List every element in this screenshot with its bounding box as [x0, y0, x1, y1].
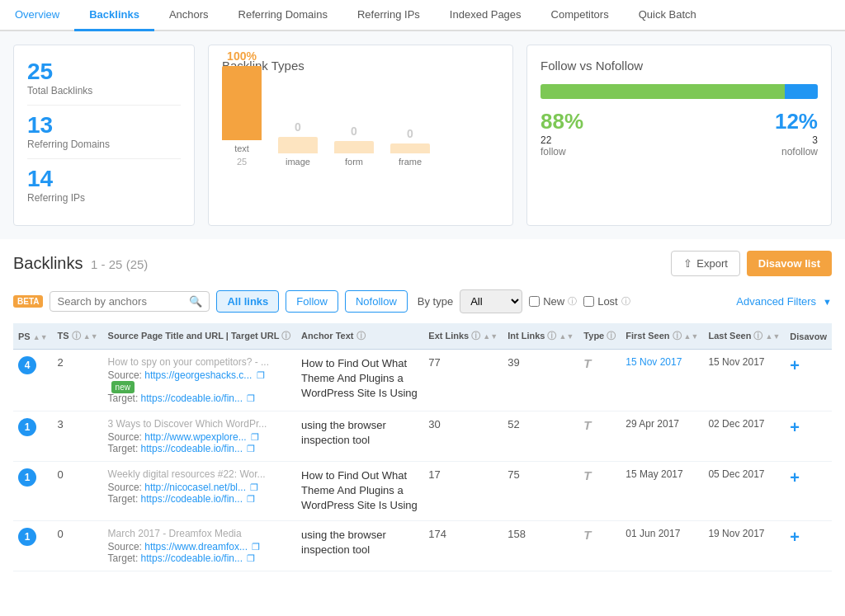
col-header-4[interactable]: Ext Links ⓘ ▲▼ [423, 323, 503, 350]
ts-cell: 0 [53, 462, 103, 521]
int-links-value: 158 [507, 528, 526, 540]
col-info-icon: ⓘ [607, 331, 616, 341]
bar-item-text: 100% text 25 [222, 49, 262, 167]
nav-tab-overview[interactable]: Overview [0, 0, 74, 31]
target-url-link[interactable]: https://codeable.io/fin... [141, 493, 243, 505]
target-ext-icon[interactable]: ❐ [247, 553, 255, 563]
disavow-button[interactable]: Disavow list [747, 251, 832, 276]
target-label: Target: [108, 493, 141, 505]
new-checkbox[interactable] [529, 296, 540, 307]
follow-bar [541, 84, 818, 99]
type-select[interactable]: AllTextImageFormFrame [460, 289, 522, 313]
sort-arrows: ▲▼ [684, 332, 699, 341]
col-header-5[interactable]: Int Links ⓘ ▲▼ [503, 323, 578, 350]
nav-tab-backlinks[interactable]: Backlinks [74, 0, 154, 31]
first-seen-cell: 15 May 2017 [621, 462, 703, 521]
col-header-0[interactable]: PS ▲▼ [13, 323, 53, 350]
ext-links-value: 30 [428, 418, 440, 430]
anchor-cell: using the browser inspection tool [296, 411, 423, 462]
col-header-1[interactable]: TS ⓘ ▲▼ [53, 323, 103, 350]
nav-tab-indexed-pages[interactable]: Indexed Pages [435, 0, 536, 31]
col-header-8[interactable]: Last Seen ⓘ ▲▼ [703, 323, 785, 350]
source-url-link[interactable]: https://georgeshacks.c... [144, 369, 252, 381]
search-box[interactable]: 🔍 [50, 291, 210, 312]
follow-card: Follow vs Nofollow 88% 22 follow 12% 3 n… [526, 45, 832, 226]
backlinks-range: 1 - 25 (25) [91, 257, 148, 271]
anchor-cell: How to Find Out What Theme And Plugins a… [296, 350, 423, 411]
disavow-cell[interactable]: + [785, 520, 832, 571]
int-links-value: 39 [507, 356, 519, 369]
ts-cell: 2 [53, 350, 103, 411]
anchor-text: How to Find Out What Theme And Plugins a… [301, 469, 418, 511]
ps-badge: 1 [18, 468, 36, 487]
nofollow-filter-button[interactable]: Nofollow [345, 290, 408, 313]
follow-bar-green [541, 84, 785, 99]
follow-title: Follow vs Nofollow [541, 59, 818, 73]
all-links-button[interactable]: All links [216, 290, 279, 313]
source-ext-icon[interactable]: ❐ [251, 432, 259, 442]
search-input[interactable] [57, 295, 189, 308]
target-ext-icon[interactable]: ❐ [247, 494, 255, 504]
anchor-text: using the browser inspection tool [301, 419, 386, 446]
advanced-filters-button[interactable]: Advanced Filters [736, 295, 816, 308]
target-label: Target: [108, 393, 141, 404]
export-button[interactable]: ⇧ Export [671, 251, 740, 276]
follow-filter-button[interactable]: Follow [286, 290, 338, 313]
disavow-cell[interactable]: + [785, 411, 832, 462]
disavow-add-button[interactable]: + [790, 468, 800, 487]
nav-tab-anchors[interactable]: Anchors [154, 0, 224, 31]
nav-tab-quick-batch[interactable]: Quick Batch [624, 0, 711, 31]
target-label: Target: [108, 443, 141, 454]
int-links-value: 52 [507, 418, 519, 430]
last-seen-value: 02 Dec 2017 [708, 418, 764, 430]
nav-tab-referring-domains[interactable]: Referring Domains [224, 0, 342, 31]
col-info-icon: ⓘ [281, 331, 290, 341]
source-ext-icon[interactable]: ❐ [250, 482, 258, 492]
disavow-add-button[interactable]: + [790, 528, 800, 546]
disavow-cell[interactable]: + [785, 350, 832, 411]
source-ext-icon[interactable]: ❐ [252, 542, 260, 552]
disavow-add-button[interactable]: + [790, 418, 800, 436]
source-ext-icon[interactable]: ❐ [257, 370, 265, 380]
source-url-link[interactable]: http://nicocasel.net/bl... [144, 482, 246, 493]
anchor-cell: using the browser inspection tool [296, 520, 423, 571]
nofollow-pct: 12% [775, 109, 818, 134]
new-checkbox-label[interactable]: New ⓘ [529, 295, 577, 308]
target-url-link[interactable]: https://codeable.io/fin... [141, 443, 243, 454]
header-actions: ⇧ Export Disavow list [671, 251, 832, 276]
nav-tab-competitors[interactable]: Competitors [536, 0, 624, 31]
source-url-link[interactable]: https://www.dreamfox... [144, 541, 248, 553]
bar-label-image: image [286, 157, 310, 167]
disavow-cell[interactable]: + [785, 462, 832, 521]
ps-cell: 1 [13, 520, 53, 571]
search-icon[interactable]: 🔍 [189, 295, 202, 308]
source-url-link[interactable]: http://www.wpexplore... [144, 431, 246, 443]
bar-item-frame: 0 frame [390, 127, 430, 167]
col-header-7[interactable]: First Seen ⓘ ▲▼ [621, 323, 703, 350]
ts-value: 3 [58, 418, 64, 430]
ps-badge: 4 [18, 356, 36, 374]
last-seen-value: 15 Nov 2017 [708, 356, 764, 368]
ext-links-value: 17 [428, 468, 440, 481]
nav-tab-referring-ips[interactable]: Referring IPs [342, 0, 435, 31]
follow-stat-left: 88% 22 follow [541, 109, 583, 158]
target-url-link[interactable]: https://codeable.io/fin... [141, 393, 243, 404]
lost-checkbox[interactable] [583, 296, 594, 307]
sort-arrows: ▲▼ [83, 332, 98, 341]
target-url-link[interactable]: https://codeable.io/fin... [141, 553, 243, 564]
follow-stat-right: 12% 3 nofollow [775, 109, 818, 158]
first-seen-cell: 29 Apr 2017 [621, 411, 703, 462]
bar-label-text: text [234, 143, 249, 153]
last-seen-value: 19 Nov 2017 [708, 528, 764, 539]
target-ext-icon[interactable]: ❐ [247, 444, 255, 454]
sort-arrows: ▲▼ [33, 333, 48, 341]
last-seen-cell: 19 Nov 2017 [703, 520, 785, 571]
target-ext-icon[interactable]: ❐ [247, 393, 255, 403]
total-backlinks-label: Total Backlinks [27, 85, 181, 96]
ext-links-cell: 77 [423, 350, 503, 411]
bar-value-image: 0 [295, 120, 301, 134]
lost-checkbox-label[interactable]: Lost ⓘ [583, 295, 630, 308]
disavow-add-button[interactable]: + [790, 356, 800, 374]
bar-label-form: form [345, 157, 363, 167]
bar-value-frame: 0 [407, 127, 413, 140]
